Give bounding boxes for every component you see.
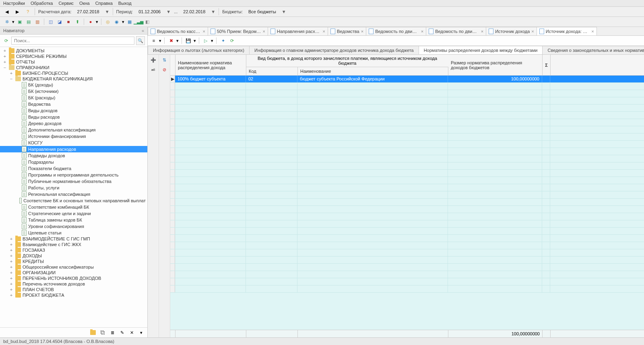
gt-filter-icon[interactable]: ⇅ <box>161 56 168 64</box>
date-value[interactable]: 27.02.2018 <box>75 9 102 14</box>
tool-14-icon[interactable]: ◧ <box>144 18 151 25</box>
table-row[interactable] <box>170 90 644 97</box>
sub-tab[interactable]: Информация о льготах (льготных категорях… <box>148 46 250 54</box>
tree-doc[interactable]: Региональная классификация <box>0 191 147 197</box>
tool-2-icon[interactable]: ▣ <box>16 18 23 25</box>
table-row[interactable] <box>170 184 644 191</box>
tree-doc[interactable]: Соответствие комбинаций БК <box>0 204 147 210</box>
tab-close-icon[interactable]: × <box>531 29 534 34</box>
chart-icon[interactable]: ▁▃▅ <box>135 18 142 25</box>
nav-back-icon[interactable]: ◀ <box>3 8 10 15</box>
tree-folder[interactable]: +ОТЧЕТЫ <box>0 59 147 65</box>
date-dropdown-icon[interactable]: ▼ <box>105 9 109 14</box>
tree-folder[interactable]: +КРЕДИТЫ <box>0 259 147 264</box>
table-row[interactable] <box>170 271 644 278</box>
tree-folder[interactable]: +БИЗНЕС-ПРОЦЕССЫ <box>0 70 147 76</box>
record-icon[interactable]: ● <box>87 18 94 25</box>
tree-doc[interactable]: Источники финансирования <box>0 133 147 140</box>
ct-menu-dd[interactable]: ▾ <box>159 38 161 43</box>
table-row[interactable] <box>170 105 644 112</box>
tree-folder[interactable]: +ДОКУМЕНТЫ <box>0 48 147 53</box>
tree-doc[interactable]: Дерево доходов <box>0 120 147 127</box>
search-input[interactable] <box>11 37 134 45</box>
tree-folder[interactable]: −БЮДЖЕТНАЯ КЛАССИФИКАЦИЯ <box>0 76 147 82</box>
footer-list-icon[interactable]: ≣ <box>109 329 116 336</box>
expand-icon[interactable]: + <box>9 71 14 76</box>
tool-8-icon[interactable]: ⬆ <box>74 18 81 25</box>
expand-icon[interactable]: + <box>2 60 7 64</box>
ct-wand-icon[interactable]: ✦ <box>219 37 227 44</box>
table-row[interactable] <box>170 206 644 213</box>
table-row[interactable] <box>170 119 644 126</box>
table-row[interactable] <box>170 199 644 206</box>
header-col4[interactable]: Размер норматива распределения доходов б… <box>448 55 543 75</box>
expand-icon[interactable]: + <box>2 48 7 53</box>
tree-doc[interactable]: Публичные нормативные обязательства <box>0 178 147 185</box>
tree-folder[interactable]: +Общероссийские классификаторы <box>0 264 147 270</box>
footer-delete-icon[interactable]: ✕ <box>128 329 135 336</box>
table-row[interactable] <box>170 155 644 162</box>
document-tab[interactable]: Источник дохода× <box>486 27 537 35</box>
expand-icon[interactable]: + <box>9 276 14 281</box>
tree-folder[interactable]: +ПРОЕКТ БЮДЖЕТА <box>0 292 147 298</box>
table-row[interactable] <box>170 162 644 170</box>
tree-folder[interactable]: −СПРАВОЧНИКИ <box>0 65 147 70</box>
table-row[interactable] <box>170 242 644 249</box>
document-tab[interactable]: Ведомость по движе...× <box>366 27 426 35</box>
tree-folder[interactable]: +СЕРВИСНЫЕ РЕЖИМЫ <box>0 53 147 59</box>
ct-run-icon[interactable]: ▷ <box>202 37 209 44</box>
ct-delete-icon[interactable]: ✖ <box>167 37 175 44</box>
expand-icon[interactable]: + <box>9 236 14 241</box>
expand-icon[interactable]: + <box>9 259 14 264</box>
footer-copy-icon[interactable]: ⿻ <box>99 329 106 336</box>
expand-icon[interactable]: + <box>9 242 14 247</box>
table-row[interactable] <box>170 133 644 141</box>
table-row[interactable] <box>170 177 644 184</box>
footer-more-icon[interactable]: ▾ <box>138 329 145 336</box>
period-from-dd-icon[interactable]: ▼ <box>166 9 171 14</box>
tab-close-icon[interactable]: × <box>263 29 265 34</box>
header-sigma[interactable]: Σ <box>543 55 551 75</box>
tree-doc[interactable]: Подразделы <box>0 159 147 165</box>
document-tab[interactable]: Направления расхо...× <box>268 27 328 35</box>
tree-doc[interactable]: Показатели бюджета <box>0 165 147 172</box>
document-tab[interactable]: Источник дохода: №...× <box>537 27 597 35</box>
tool-11-dd[interactable]: ▾ <box>122 19 124 25</box>
table-row[interactable] <box>170 141 644 148</box>
refresh-icon[interactable]: ⟳ <box>2 37 10 44</box>
table-row[interactable] <box>170 235 644 242</box>
tree-folder[interactable]: +ГОСЗАКАЗ <box>0 247 147 253</box>
tab-close-icon[interactable]: × <box>203 29 205 34</box>
expand-icon[interactable]: + <box>2 54 7 59</box>
budget-value[interactable]: Все бюджеты <box>246 9 279 14</box>
tab-close-icon[interactable]: × <box>421 29 423 34</box>
header-col2[interactable]: Код <box>246 67 298 75</box>
tree-doc[interactable]: БК (расходы) <box>0 94 147 101</box>
table-row[interactable]: ▶100% бюджет субъекта02бюджет субъекта Р… <box>170 76 644 83</box>
menu-item[interactable]: Сервис <box>58 1 74 6</box>
record-dd[interactable]: ▾ <box>96 19 98 25</box>
ct-run-dd[interactable]: ▾ <box>211 38 213 43</box>
ct-menu-icon[interactable]: ≡ <box>150 37 157 44</box>
footer-folder-icon[interactable] <box>89 329 97 336</box>
tool-1-icon[interactable]: ✲ <box>3 18 10 25</box>
expand-icon[interactable]: + <box>9 293 14 298</box>
tab-close-icon[interactable]: × <box>323 29 325 34</box>
tool-3-icon[interactable]: ▤ <box>25 18 32 25</box>
footer-edit-icon[interactable]: ✎ <box>118 329 126 336</box>
document-tab[interactable]: Ведомства× <box>328 27 366 35</box>
tree-folder[interactable]: +ПЕРЕЧЕНЬ ИСТОЧНИКОВ ДОХОДОВ <box>0 275 147 281</box>
menu-item[interactable]: Справка <box>95 1 113 6</box>
expand-icon[interactable]: + <box>9 248 14 253</box>
tab-close-icon[interactable]: × <box>591 29 594 34</box>
menu-item[interactable]: Настройки <box>3 1 25 6</box>
header-group[interactable]: Вид бюджета, в доход которого зачисляютс… <box>246 55 448 67</box>
tree-doc[interactable]: БК (источники) <box>0 88 147 94</box>
gt-abc-icon[interactable]: aб <box>150 66 157 73</box>
tree-folder[interactable]: +ДОХОДЫ <box>0 253 147 259</box>
navigator-tree[interactable]: +ДОКУМЕНТЫ+СЕРВИСНЫЕ РЕЖИМЫ+ОТЧЕТЫ−СПРАВ… <box>0 47 147 327</box>
table-row[interactable] <box>170 213 644 220</box>
tree-doc[interactable]: Программы и непрограммная деятельность <box>0 172 147 178</box>
expand-icon[interactable]: + <box>9 265 14 269</box>
sub-tab[interactable]: Информация о главном администраторе дохо… <box>249 46 419 54</box>
